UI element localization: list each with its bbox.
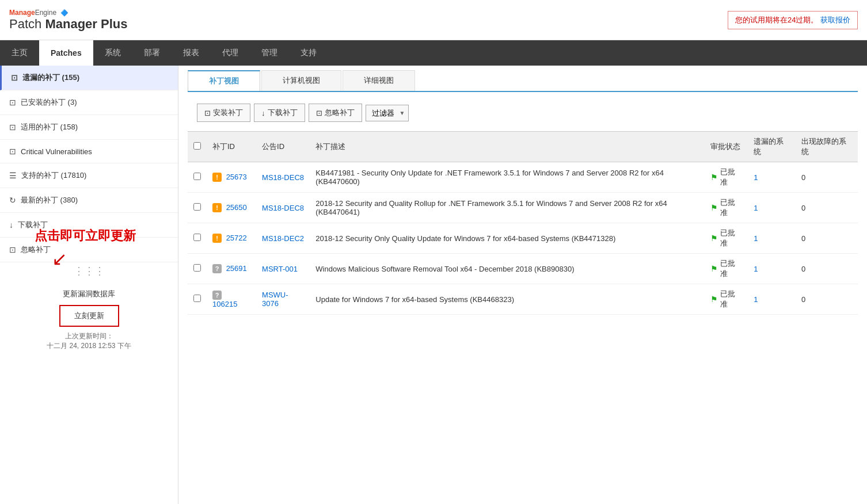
download-patch-button[interactable]: ↓ 下载补丁	[254, 104, 305, 122]
table-row: ! 25673 MS18-DEC8 KB4471981 - Security O…	[188, 162, 858, 193]
row-bulletin-3: MSRT-001	[256, 254, 310, 284]
install-patch-button[interactable]: ⊡ 安装补丁	[197, 104, 250, 122]
app-title: Patch Manager Plus	[9, 17, 127, 32]
row-checkbox-4	[188, 284, 207, 315]
row-failed-3: 0	[796, 254, 858, 284]
update-db-title: 更新漏洞数据库	[9, 289, 169, 299]
flag-icon-1: ⚑	[710, 203, 718, 212]
col-description: 补丁描述	[310, 132, 705, 162]
row-check-3[interactable]	[193, 264, 201, 272]
table-row: ! 25650 MS18-DEC8 2018-12 Security and Q…	[188, 193, 858, 223]
nav-support[interactable]: 支持	[289, 40, 328, 66]
approval-text-0: 已批准	[720, 167, 742, 188]
bulletin-link-3[interactable]: MSRT-001	[262, 265, 298, 273]
last-update-label: 上次更新时间： 十二月 24, 2018 12:53 下午	[9, 331, 169, 351]
nav-agent[interactable]: 代理	[211, 40, 250, 66]
table-row: ! 25722 MS18-DEC2 2018-12 Security Only …	[188, 223, 858, 254]
missing-count-link-0[interactable]: 1	[754, 173, 758, 182]
filter-wrapper: 过滤器	[366, 105, 409, 121]
bulletin-link-4[interactable]: MSWU-3076	[262, 291, 288, 308]
row-patch-id-4: ? 106215	[207, 284, 256, 315]
supported-patch-icon: ☰	[9, 171, 17, 180]
sidebar-item-applicable[interactable]: ⊡ 适用的补丁 (158)	[0, 115, 178, 140]
missing-count-link-4[interactable]: 1	[754, 295, 758, 304]
row-checkbox-1	[188, 193, 207, 223]
approval-text-4: 已批准	[720, 289, 742, 310]
ignore-patch-icon: ⊡	[9, 245, 16, 254]
row-check-4[interactable]	[193, 295, 201, 302]
severity-icon-2: !	[212, 234, 222, 243]
patch-id-link-0[interactable]: 25673	[226, 173, 247, 181]
brand-name: ManageEngine 🔷	[9, 9, 127, 17]
row-missing-0: 1	[748, 162, 796, 193]
row-failed-4: 0	[796, 284, 858, 315]
missing-patch-icon: ⊡	[11, 73, 18, 82]
nav-report[interactable]: 报表	[172, 40, 211, 66]
sidebar-item-critical[interactable]: ⊡ Critical Vulnerabilities	[0, 140, 178, 163]
patch-id-link-4[interactable]: 106215	[212, 300, 237, 308]
col-failed: 出现故障的系统	[796, 132, 858, 162]
sidebar-item-missing[interactable]: ⊡ 遗漏的补丁 (155)	[0, 66, 178, 90]
sidebar-item-download[interactable]: ↓ 下载补丁	[0, 213, 178, 238]
ignore-patch-button[interactable]: ⊡ 忽略补丁	[309, 104, 362, 122]
filter-select[interactable]: 过滤器	[366, 105, 409, 121]
missing-count-link-3[interactable]: 1	[754, 265, 758, 273]
row-missing-1: 1	[748, 193, 796, 223]
nav-system[interactable]: 系统	[93, 40, 132, 66]
toolbar: ⊡ 安装补丁 ↓ 下载补丁 ⊡ 忽略补丁 过滤器	[188, 99, 858, 127]
row-checkbox-3	[188, 254, 207, 284]
tab-patch-view[interactable]: 补丁视图	[188, 70, 260, 91]
col-patch-id: 补丁ID	[207, 132, 256, 162]
approval-text-3: 已批准	[720, 258, 742, 279]
row-approval-2: ⚑ 已批准	[705, 223, 748, 254]
row-desc-0: KB4471981 - Security Only Update for .NE…	[310, 162, 705, 193]
applicable-patch-icon: ⊡	[9, 123, 16, 132]
install-icon: ⊡	[204, 109, 211, 117]
approval-text-2: 已批准	[720, 228, 742, 249]
table-row: ? 106215 MSWU-3076 Update for Windows 7 …	[188, 284, 858, 315]
row-check-0[interactable]	[193, 173, 201, 180]
bulletin-link-1[interactable]: MS18-DEC8	[262, 204, 304, 212]
severity-icon-4: ?	[212, 291, 222, 300]
nav-deploy[interactable]: 部署	[132, 40, 172, 66]
row-checkbox-2	[188, 223, 207, 254]
nav-home[interactable]: 主页	[0, 40, 39, 66]
patch-id-link-2[interactable]: 25722	[226, 234, 247, 242]
row-check-1[interactable]	[193, 203, 201, 211]
row-missing-2: 1	[748, 223, 796, 254]
missing-count-link-2[interactable]: 1	[754, 234, 758, 243]
row-failed-1: 0	[796, 193, 858, 223]
row-bulletin-4: MSWU-3076	[256, 284, 310, 315]
row-failed-0: 0	[796, 162, 858, 193]
installed-patch-icon: ⊡	[9, 98, 16, 107]
missing-count-link-1[interactable]: 1	[754, 204, 758, 212]
col-missing: 遗漏的系统	[748, 132, 796, 162]
tab-bar: 补丁视图 计算机视图 详细视图	[188, 66, 858, 92]
get-quote-link[interactable]: 获取报价	[820, 16, 850, 24]
download-icon: ↓	[261, 109, 265, 117]
patch-id-link-1[interactable]: 25650	[226, 203, 247, 212]
tab-detail-view[interactable]: 详细视图	[343, 70, 415, 91]
sidebar-item-ignore[interactable]: ⊡ 忽略补丁 点击即可立即更新 ↙	[0, 238, 178, 262]
severity-icon-1: !	[212, 203, 222, 212]
row-checkbox-0	[188, 162, 207, 193]
patch-id-link-3[interactable]: 25691	[226, 264, 247, 273]
select-all-checkbox[interactable]	[193, 142, 201, 150]
col-checkbox	[188, 132, 207, 162]
row-approval-1: ⚑ 已批准	[705, 193, 748, 223]
sidebar-item-supported[interactable]: ☰ 支持的补丁 (17810)	[0, 163, 178, 188]
nav-admin[interactable]: 管理	[250, 40, 289, 66]
severity-icon-0: !	[212, 173, 222, 182]
sidebar-item-installed[interactable]: ⊡ 已安装的补丁 (3)	[0, 90, 178, 115]
tab-computer-view[interactable]: 计算机视图	[261, 70, 341, 91]
critical-vuln-icon: ⊡	[9, 147, 16, 156]
row-patch-id-2: ! 25722	[207, 223, 256, 254]
nav-patches[interactable]: Patches	[39, 40, 93, 66]
bulletin-link-0[interactable]: MS18-DEC8	[262, 173, 304, 182]
flag-icon-4: ⚑	[710, 295, 718, 304]
row-check-2[interactable]	[193, 234, 201, 241]
update-now-button[interactable]: 立刻更新	[59, 305, 119, 327]
bulletin-link-2[interactable]: MS18-DEC2	[262, 234, 304, 243]
sidebar-item-latest[interactable]: ↻ 最新的补丁 (380)	[0, 188, 178, 213]
main-layout: ⊡ 遗漏的补丁 (155) ⊡ 已安装的补丁 (3) ⊡ 适用的补丁 (158)…	[0, 66, 867, 504]
